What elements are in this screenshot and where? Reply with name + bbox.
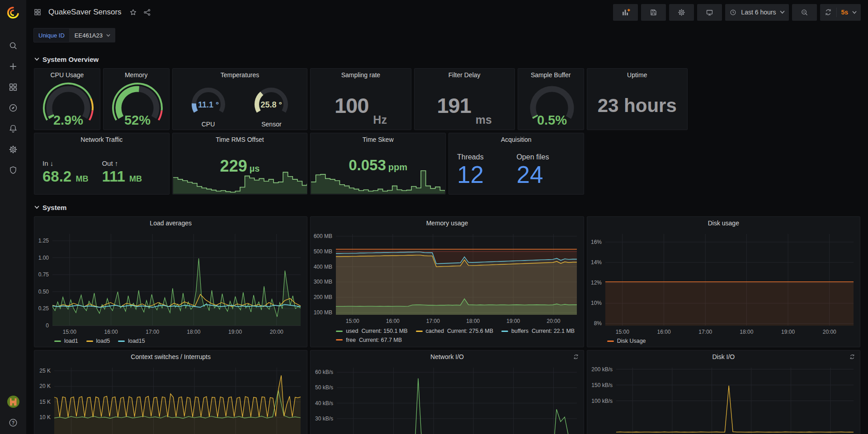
add-panel-button[interactable] bbox=[613, 4, 638, 21]
grafana-app: ? QuakeSaver Sensors bbox=[0, 0, 868, 434]
cpu-temperature-gauge: 11.1 ° CPU bbox=[181, 83, 236, 128]
help-icon[interactable]: ? bbox=[8, 418, 18, 428]
panel-network-traffic: Network Traffic In ↓ 68.2 MB Out ↑ 111 M… bbox=[34, 133, 170, 195]
memory-usage-chart[interactable]: 100 MB200 MB300 MB400 MB500 MB600 MB15:0… bbox=[311, 229, 583, 327]
variable-value-dropdown[interactable]: EE461A23 bbox=[70, 28, 115, 42]
create-plus-icon[interactable] bbox=[8, 61, 18, 71]
context-switches-chart[interactable]: 10 K15 K20 K25 K bbox=[34, 363, 307, 434]
svg-text:11.1 °: 11.1 ° bbox=[198, 100, 218, 109]
legend-label: load5 bbox=[96, 338, 110, 344]
gear-icon bbox=[677, 8, 686, 17]
legend-color-dash bbox=[501, 331, 508, 332]
legend-color-dash bbox=[416, 331, 423, 332]
explore-compass-icon[interactable] bbox=[8, 103, 18, 113]
panel-title[interactable]: Acquisition bbox=[449, 133, 584, 146]
legend-current-value: Current: 67.7 MB bbox=[359, 337, 402, 343]
panel-memory: Memory 52% bbox=[103, 68, 170, 130]
stat-unit: µs bbox=[250, 163, 260, 173]
legend-item[interactable]: freeCurrent: 67.7 MB bbox=[336, 337, 402, 343]
svg-text:18:00: 18:00 bbox=[740, 329, 753, 335]
legend-item[interactable]: cachedCurrent: 275.6 MB bbox=[416, 328, 493, 334]
share-icon[interactable] bbox=[142, 7, 152, 17]
cycle-view-button[interactable] bbox=[697, 4, 722, 21]
user-avatar[interactable] bbox=[7, 396, 19, 408]
svg-text:17:00: 17:00 bbox=[146, 329, 159, 335]
refresh-interval-label[interactable]: 5s bbox=[841, 9, 848, 16]
dashboards-icon[interactable] bbox=[8, 82, 18, 92]
panel-title[interactable]: Temperatures bbox=[173, 69, 307, 81]
alerting-bell-icon[interactable] bbox=[8, 124, 18, 134]
zoom-out-icon bbox=[800, 8, 809, 17]
top-navbar: QuakeSaver Sensors Last 6 hours bbox=[26, 0, 868, 24]
time-range-picker[interactable]: Last 6 hours bbox=[725, 4, 789, 21]
panel-title[interactable]: Disk I/O bbox=[587, 350, 860, 363]
panel-title[interactable]: Load averages bbox=[34, 217, 307, 229]
legend-item[interactable]: load1 bbox=[54, 338, 78, 344]
panel-title[interactable]: Time RMS Offset bbox=[173, 133, 307, 146]
button-divider bbox=[836, 8, 837, 17]
overview-row-2: Network Traffic In ↓ 68.2 MB Out ↑ 111 M… bbox=[33, 131, 862, 196]
dashboard-settings-button[interactable] bbox=[669, 4, 694, 21]
stat-value-group: 229µs bbox=[173, 157, 307, 176]
legend-item[interactable]: Disk Usage bbox=[607, 338, 646, 344]
legend-item[interactable]: load15 bbox=[118, 338, 145, 344]
stat-label: Open files bbox=[516, 153, 576, 161]
server-admin-shield-icon[interactable] bbox=[8, 165, 18, 175]
svg-text:300 MB: 300 MB bbox=[314, 279, 332, 285]
search-icon[interactable] bbox=[8, 41, 18, 51]
load-averages-chart[interactable]: 00.250.500.751.001.2515:0016:0017:0018:0… bbox=[34, 229, 307, 337]
network-io-chart[interactable]: 30 kB/s40 kB/s50 kB/s60 kB/s bbox=[311, 363, 583, 434]
panel-title[interactable]: Sample Buffer bbox=[518, 69, 584, 81]
svg-text:17:00: 17:00 bbox=[698, 329, 712, 335]
panel-temperatures: Temperatures 11.1 ° CPU 25.8 ° Sensor bbox=[172, 68, 308, 130]
svg-text:18:00: 18:00 bbox=[467, 318, 480, 324]
svg-text:1.00: 1.00 bbox=[38, 255, 49, 261]
legend-color-dash bbox=[336, 331, 343, 332]
disk-io-chart[interactable]: 100 kB/s150 kB/s200 kB/s bbox=[587, 363, 860, 434]
panel-title[interactable]: CPU Usage bbox=[34, 69, 100, 81]
panel-title[interactable]: Filter Delay bbox=[415, 69, 514, 81]
stat-value: 12 bbox=[457, 162, 516, 187]
panel-title[interactable]: Memory bbox=[104, 69, 169, 81]
legend-item[interactable]: buffersCurrent: 22.1 MB bbox=[501, 328, 575, 334]
variable-label: Unique ID bbox=[33, 28, 70, 42]
main-area: QuakeSaver Sensors Last 6 hours bbox=[26, 0, 868, 434]
panel-title[interactable]: Time Skew bbox=[311, 133, 445, 146]
sensor-temperature-gauge: 25.8 ° Sensor bbox=[244, 83, 299, 128]
panel-title[interactable]: Sampling rate bbox=[311, 69, 410, 81]
section-system-overview[interactable]: System Overview bbox=[34, 51, 862, 67]
stat-value-group: 0.053ppm bbox=[311, 157, 445, 174]
star-icon[interactable] bbox=[128, 7, 138, 17]
zoom-out-button[interactable] bbox=[792, 4, 817, 21]
panel-refresh-icon[interactable] bbox=[849, 354, 855, 362]
svg-text:100 MB: 100 MB bbox=[314, 309, 332, 316]
save-dashboard-button[interactable] bbox=[641, 4, 666, 21]
grafana-logo[interactable] bbox=[0, 0, 26, 25]
section-system[interactable]: System bbox=[34, 200, 862, 215]
configuration-gear-icon[interactable] bbox=[8, 145, 18, 154]
panel-refresh-icon[interactable] bbox=[573, 354, 579, 362]
panel-title[interactable]: Memory usage bbox=[311, 217, 583, 229]
disk-usage-chart[interactable]: 8%10%12%14%16%15:0016:0017:0018:0019:002… bbox=[587, 229, 860, 337]
chart-legend: usedCurrent: 150.1 MBcachedCurrent: 275.… bbox=[311, 327, 583, 347]
panel-title[interactable]: Network Traffic bbox=[34, 133, 169, 146]
panel-title[interactable]: Context switches / Interrupts bbox=[34, 350, 307, 363]
panel-title[interactable]: Network I/O bbox=[311, 350, 583, 363]
svg-text:50 kB/s: 50 kB/s bbox=[315, 384, 333, 391]
variable-chip: Unique ID EE461A23 bbox=[33, 28, 115, 42]
svg-text:500 MB: 500 MB bbox=[314, 248, 332, 255]
legend-item[interactable]: load5 bbox=[86, 338, 110, 344]
svg-text:19:00: 19:00 bbox=[781, 329, 795, 335]
clock-icon bbox=[729, 9, 737, 16]
panel-load-averages: Load averages 00.250.500.751.001.2515:00… bbox=[34, 216, 307, 347]
system-row-1: Load averages 00.250.500.751.001.2515:00… bbox=[33, 215, 862, 349]
legend-item[interactable]: usedCurrent: 150.1 MB bbox=[336, 328, 407, 334]
chart-legend: load1load5load15 bbox=[34, 337, 307, 347]
svg-text:17:00: 17:00 bbox=[426, 318, 440, 324]
gauge-arc: 25.8 ° bbox=[244, 83, 299, 121]
panel-title[interactable]: Disk usage bbox=[587, 217, 860, 229]
legend-label: free bbox=[346, 337, 356, 343]
panel-title[interactable]: Uptime bbox=[587, 69, 687, 81]
refresh-button-group[interactable]: 5s bbox=[820, 4, 861, 21]
svg-text:15 K: 15 K bbox=[39, 399, 51, 405]
